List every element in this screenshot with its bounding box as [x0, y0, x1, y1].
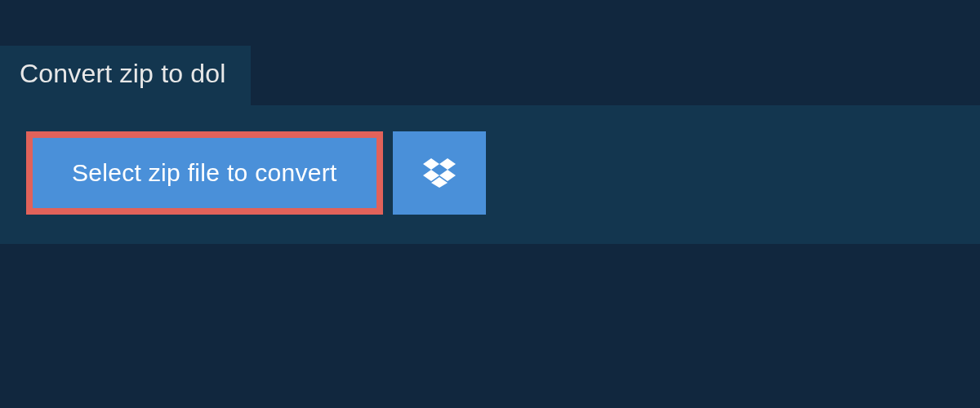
select-file-button[interactable]: Select zip file to convert: [26, 131, 383, 215]
svg-marker-0: [423, 158, 439, 170]
dropbox-button[interactable]: [393, 131, 486, 215]
upload-panel: Select zip file to convert: [0, 105, 980, 244]
tab-label: Convert zip to dol: [20, 59, 226, 88]
tab-convert-zip-to-dol[interactable]: Convert zip to dol: [0, 46, 251, 105]
select-file-label: Select zip file to convert: [72, 159, 337, 187]
dropbox-icon: [423, 157, 456, 189]
svg-marker-1: [439, 158, 456, 170]
button-row: Select zip file to convert: [26, 131, 954, 215]
tab-bar: Convert zip to dol: [0, 0, 980, 105]
